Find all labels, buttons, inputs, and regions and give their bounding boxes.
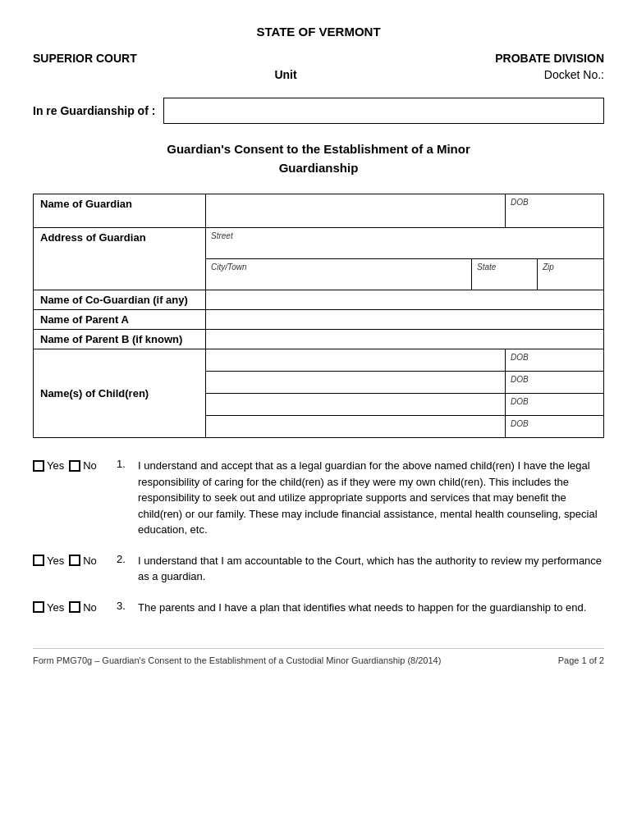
form-title: Guardian's Consent to the Establishment … — [33, 140, 604, 177]
no-checkbox-1[interactable]: No — [69, 459, 97, 472]
no-label-3: No — [83, 601, 97, 614]
docket-label: Docket No.: — [544, 68, 604, 81]
item-1-content: 1. I understand and accept that as a leg… — [117, 458, 604, 538]
children-row: Name(s) of Child(ren) DOB DOB DOB — [34, 349, 604, 438]
footer-right: Page 1 of 2 — [558, 655, 604, 665]
address-guardian-label: Address of Guardian — [34, 228, 206, 290]
city-label: City/Town — [211, 262, 466, 272]
item-3-text: The parents and I have a plan that ident… — [138, 600, 604, 616]
dob-header-child2: DOB — [511, 375, 598, 384]
parent-b-label: Name of Parent B (if known) — [34, 330, 206, 349]
item-3-content: 3. The parents and I have a plan that id… — [117, 600, 604, 616]
no-checkbox-box-2[interactable] — [69, 555, 80, 566]
unit-label: Unit — [274, 68, 296, 81]
no-checkbox-2[interactable]: No — [69, 555, 97, 567]
yes-checkbox-3[interactable]: Yes — [33, 601, 64, 614]
yes-no-group-1: Yes No — [33, 458, 107, 472]
dob-header-child1: DOB — [511, 353, 598, 362]
children-label: Name(s) of Child(ren) — [34, 349, 206, 438]
yes-checkbox-box-1[interactable] — [33, 460, 44, 472]
no-label-2: No — [83, 555, 97, 567]
state-label: State — [477, 262, 532, 272]
co-guardian-row: Name of Co-Guardian (if any) — [34, 290, 604, 310]
consent-item-3: Yes No 3. The parents and I have a plan … — [33, 600, 604, 616]
no-label-1: No — [83, 459, 97, 472]
no-checkbox-box-1[interactable] — [69, 460, 80, 472]
probate-division-label: PROBATE DIVISION — [495, 52, 604, 65]
yes-checkbox-2[interactable]: Yes — [33, 555, 64, 567]
no-checkbox-box-3[interactable] — [69, 601, 80, 613]
item-3-number: 3. — [117, 600, 133, 616]
yes-label-2: Yes — [47, 555, 64, 567]
address-guardian-row: Address of Guardian Street City/Town Sta… — [34, 228, 604, 290]
parent-b-row: Name of Parent B (if known) — [34, 330, 604, 349]
parent-a-label: Name of Parent A — [34, 310, 206, 330]
state-title: STATE OF VERMONT — [33, 25, 604, 39]
item-1-text: I understand and accept that as a legal … — [138, 458, 604, 538]
no-checkbox-3[interactable]: No — [69, 601, 97, 614]
item-1-number: 1. — [117, 458, 133, 538]
zip-label: Zip — [543, 262, 598, 272]
item-2-text: I understand that I am accountable to th… — [138, 553, 604, 585]
in-re-label: In re Guardianship of : — [33, 104, 155, 117]
footer-left: Form PMG70g – Guardian's Consent to the … — [33, 655, 441, 665]
dob-header-child3: DOB — [511, 397, 598, 406]
item-2-number: 2. — [117, 553, 133, 585]
yes-checkbox-box-3[interactable] — [33, 601, 44, 613]
yes-checkbox-box-2[interactable] — [33, 555, 44, 566]
consent-item-2: Yes No 2. I understand that I am account… — [33, 553, 604, 585]
parent-a-row: Name of Parent A — [34, 310, 604, 330]
yes-no-group-3: Yes No — [33, 600, 107, 614]
street-label: Street — [211, 231, 598, 240]
guardian-name-label: Name of Guardian — [34, 194, 206, 228]
guardian-name-row: Name of Guardian DOB — [34, 194, 604, 228]
consent-item-1: Yes No 1. I understand and accept that a… — [33, 458, 604, 538]
in-re-input[interactable] — [163, 98, 604, 124]
yes-label-1: Yes — [47, 459, 64, 472]
superior-court-label: SUPERIOR COURT — [33, 52, 137, 65]
main-form-table: Name of Guardian DOB Address of Guardian… — [33, 194, 604, 438]
yes-no-group-2: Yes No — [33, 553, 107, 567]
dob-header-guardian: DOB — [511, 198, 598, 207]
footer: Form PMG70g – Guardian's Consent to the … — [33, 648, 604, 665]
dob-header-child4: DOB — [511, 419, 598, 428]
consent-items-list: Yes No 1. I understand and accept that a… — [33, 458, 604, 615]
item-2-content: 2. I understand that I am accountable to… — [117, 553, 604, 585]
yes-checkbox-1[interactable]: Yes — [33, 459, 64, 472]
co-guardian-label: Name of Co-Guardian (if any) — [34, 290, 206, 310]
yes-label-3: Yes — [47, 601, 64, 614]
